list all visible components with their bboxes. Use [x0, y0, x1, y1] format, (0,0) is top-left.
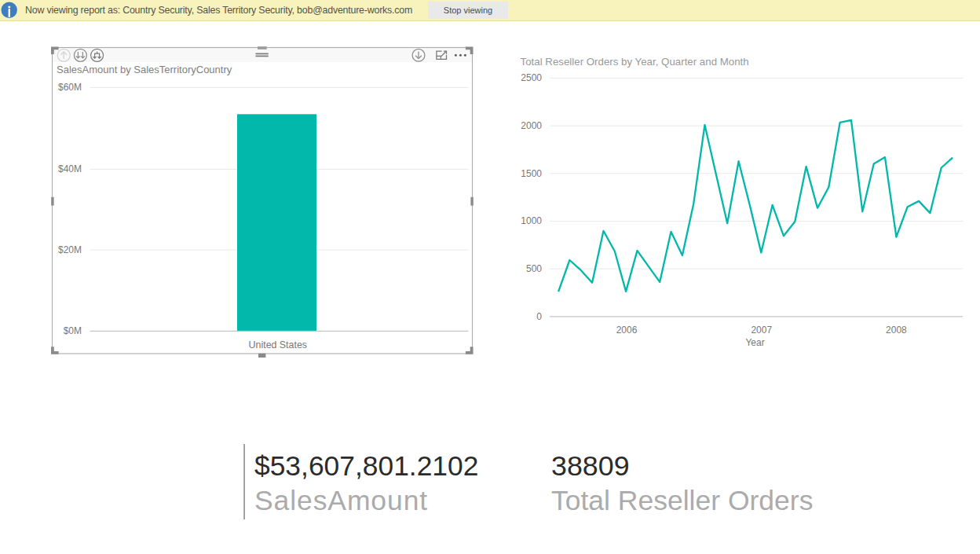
svg-text:1000: 1000: [521, 215, 542, 226]
svg-text:SalesAmount: SalesAmount: [254, 485, 428, 516]
svg-text:2007: 2007: [751, 325, 772, 336]
svg-text:$20M: $20M: [58, 244, 82, 255]
svg-text:$40M: $40M: [58, 163, 82, 174]
svg-text:0: 0: [536, 311, 542, 322]
svg-text:2008: 2008: [886, 325, 907, 336]
svg-text:2006: 2006: [616, 325, 638, 336]
svg-text:2000: 2000: [521, 120, 542, 131]
svg-text:Total Reseller Orders by Year,: Total Reseller Orders by Year, Quarter a…: [521, 56, 749, 68]
svg-text:$53,607,801.2102: $53,607,801.2102: [254, 450, 478, 482]
svg-text:United States: United States: [249, 339, 307, 350]
svg-text:Year: Year: [745, 337, 764, 348]
svg-text:1500: 1500: [521, 168, 542, 179]
svg-text:2500: 2500: [521, 72, 542, 83]
svg-text:$60M: $60M: [58, 82, 82, 93]
svg-text:500: 500: [526, 263, 542, 274]
svg-text:SalesAmount by SalesTerritoryC: SalesAmount by SalesTerritoryCountry: [57, 64, 232, 75]
svg-text:Total Reseller Orders: Total Reseller Orders: [551, 485, 813, 516]
svg-text:$0M: $0M: [64, 325, 82, 336]
svg-text:38809: 38809: [551, 450, 630, 482]
